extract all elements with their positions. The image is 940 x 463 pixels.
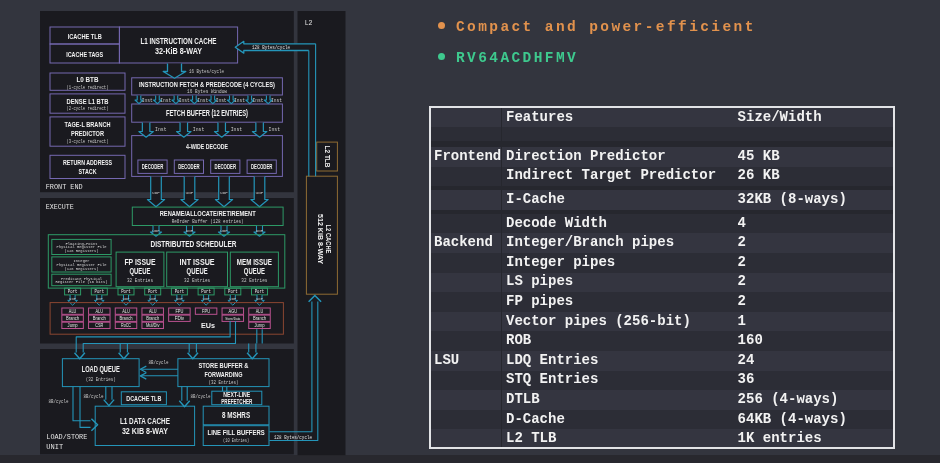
svg-text:32 Entries: 32 Entries [184, 278, 210, 283]
svg-text:LOAD/STORE: LOAD/STORE [46, 433, 87, 441]
svg-text:Store/Data: Store/Data [225, 317, 240, 321]
svg-text:L2: L2 [305, 20, 313, 27]
svg-text:DECODER: DECODER [251, 163, 273, 170]
svg-text:(1-cycle redirect): (1-cycle redirect) [67, 85, 109, 90]
svg-text:Inst: Inst [179, 98, 190, 103]
svg-text:INT ISSUE: INT ISSUE [180, 258, 216, 267]
svg-text:uOP: uOP [220, 191, 228, 195]
svg-text:uOP: uOP [96, 298, 103, 301]
svg-text:FORWARDING: FORWARDING [204, 370, 242, 379]
svg-text:8 MSHRS: 8 MSHRS [222, 410, 250, 420]
svg-text:FPU: FPU [175, 308, 183, 314]
svg-text:32 Entries: 32 Entries [241, 278, 267, 283]
svg-text:Port: Port [68, 289, 78, 294]
svg-text:LINE FILL BUFFERS: LINE FILL BUFFERS [208, 428, 265, 437]
svg-text:DISTRIBUTED SCHEDULER: DISTRIBUTED SCHEDULER [151, 239, 237, 249]
svg-text:PREFETCHER: PREFETCHER [221, 398, 252, 405]
svg-text:Inst: Inst [197, 98, 208, 103]
svg-text:Port: Port [148, 289, 158, 294]
svg-text:MEM ISSUE: MEM ISSUE [237, 258, 273, 267]
svg-text:Branch: Branch [66, 315, 79, 321]
svg-text:QUEUE: QUEUE [187, 267, 208, 276]
svg-text:uOP: uOP [256, 229, 264, 233]
svg-text:ALU: ALU [122, 308, 130, 314]
svg-text:128 Bytes/cycle: 128 Bytes/cycle [274, 435, 312, 440]
svg-text:uOP: uOP [256, 191, 264, 195]
svg-text:EUs: EUs [201, 321, 215, 330]
svg-text:(32 Entries): (32 Entries) [208, 380, 238, 385]
svg-text:uOP: uOP [256, 298, 263, 301]
svg-text:uOP: uOP [203, 298, 210, 301]
svg-text:TAGE-L BRANCH: TAGE-L BRANCH [65, 120, 111, 129]
svg-text:Mul/Div: Mul/Div [146, 322, 160, 328]
svg-text:Inst: Inst [193, 127, 205, 132]
svg-text:uOP: uOP [152, 229, 160, 233]
svg-text:UNIT: UNIT [46, 443, 63, 451]
svg-text:Jump: Jump [68, 322, 78, 328]
svg-text:uOP: uOP [123, 298, 130, 301]
svg-text:128 Bytes/cycle: 128 Bytes/cycle [252, 45, 290, 50]
svg-text:L1 DATA CACHE: L1 DATA CACHE [120, 416, 170, 426]
svg-text:RoCC: RoCC [121, 322, 131, 328]
svg-text:32 Entries: 32 Entries [127, 278, 153, 283]
svg-text:DECODER: DECODER [142, 163, 164, 170]
svg-text:Branch: Branch [146, 315, 159, 321]
svg-text:uOP: uOP [176, 298, 183, 301]
svg-text:Inst: Inst [253, 98, 264, 103]
svg-text:ICACHE TLB: ICACHE TLB [68, 32, 102, 41]
svg-text:L0 BTB: L0 BTB [77, 75, 99, 84]
svg-text:FDiv: FDiv [175, 315, 185, 321]
svg-text:Inst: Inst [234, 98, 245, 103]
svg-text:ALU: ALU [96, 308, 104, 314]
svg-text:Port: Port [255, 289, 265, 294]
svg-text:Port: Port [228, 289, 238, 294]
svg-text:L2 TLB: L2 TLB [324, 146, 331, 168]
svg-text:FP ISSUE: FP ISSUE [124, 258, 156, 267]
svg-text:(128 Registers): (128 Registers) [65, 249, 99, 253]
svg-text:STACK: STACK [79, 167, 97, 176]
svg-text:RENAME/ALLOCATE/RETIREMENT: RENAME/ALLOCATE/RETIREMENT [160, 209, 256, 218]
svg-text:uOP: uOP [69, 298, 76, 301]
svg-text:uOP: uOP [229, 298, 236, 301]
svg-text:8B/cycle: 8B/cycle [149, 360, 169, 365]
svg-text:DECODER: DECODER [215, 163, 237, 170]
svg-text:Register File (16 bits): Register File (16 bits) [56, 280, 108, 284]
svg-text:Port: Port [95, 289, 105, 294]
svg-text:RETURN ADDRESS: RETURN ADDRESS [63, 158, 112, 167]
svg-text:QUEUE: QUEUE [244, 267, 265, 276]
svg-text:L1 INSTRUCTION CACHE: L1 INSTRUCTION CACHE [141, 37, 217, 46]
svg-text:512 KiB 8-WAY: 512 KiB 8-WAY [317, 214, 324, 265]
svg-text:uOP: uOP [186, 229, 194, 233]
svg-text:Port: Port [201, 289, 211, 294]
svg-text:ReOrder Buffer (128 entries): ReOrder Buffer (128 entries) [172, 219, 244, 224]
svg-text:16 Bytes Window: 16 Bytes Window [187, 89, 227, 94]
svg-text:Inst: Inst [216, 98, 227, 103]
svg-text:(128 Registers): (128 Registers) [65, 267, 99, 271]
svg-text:Inst: Inst [160, 98, 171, 103]
svg-text:Inst: Inst [231, 127, 243, 132]
svg-text:FPU: FPU [202, 308, 210, 314]
svg-text:Jump: Jump [255, 322, 265, 328]
svg-text:4-WIDE DECODE: 4-WIDE DECODE [186, 142, 228, 151]
svg-text:LOAD QUEUE: LOAD QUEUE [82, 365, 120, 374]
svg-text:uOP: uOP [220, 229, 228, 233]
svg-text:PREDICTOR: PREDICTOR [71, 129, 104, 138]
svg-text:8B/cycle: 8B/cycle [49, 399, 69, 404]
svg-text:ALU: ALU [69, 308, 77, 314]
svg-text:Branch: Branch [253, 315, 266, 321]
svg-text:8B/cycle: 8B/cycle [191, 394, 211, 399]
svg-text:(2-cycle redirect): (2-cycle redirect) [67, 106, 109, 111]
svg-text:FETCH BUFFER (12 ENTRIES): FETCH BUFFER (12 ENTRIES) [166, 108, 248, 118]
svg-text:ALU: ALU [256, 308, 264, 314]
svg-text:DENSE L1 BTB: DENSE L1 BTB [67, 97, 109, 106]
svg-text:Inst: Inst [155, 127, 167, 132]
svg-text:32-KiB 8-WAY: 32-KiB 8-WAY [155, 47, 202, 56]
svg-text:8B/cycle: 8B/cycle [84, 394, 104, 399]
svg-text:Inst: Inst [269, 127, 281, 132]
svg-text:Inst: Inst [271, 98, 282, 103]
svg-text:uOP: uOP [186, 191, 194, 195]
svg-text:Port: Port [175, 289, 185, 294]
svg-text:(10 Entries): (10 Entries) [223, 438, 249, 443]
svg-text:32 KIB 8-WAY: 32 KIB 8-WAY [122, 426, 168, 436]
svg-text:FRONT END: FRONT END [46, 183, 83, 191]
